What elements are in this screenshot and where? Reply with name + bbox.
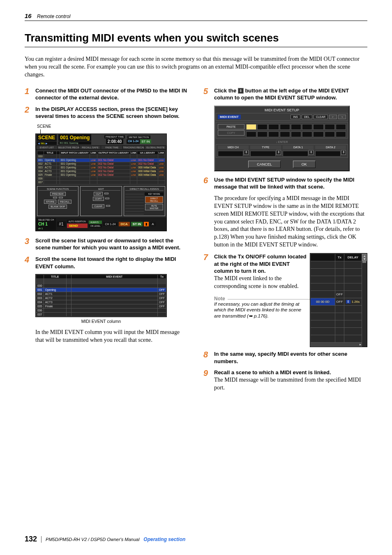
hex-slot[interactable] xyxy=(313,131,323,137)
ins-button[interactable]: INS xyxy=(291,115,300,119)
undo-button-2[interactable] xyxy=(104,193,108,194)
preview-button[interactable]: PREVIEW xyxy=(50,192,66,196)
hex-slot[interactable] xyxy=(246,124,256,130)
table-row[interactable] xyxy=(311,269,367,276)
hex-slot[interactable] xyxy=(302,131,312,137)
table-row[interactable]: 007 xyxy=(36,313,166,317)
del-button[interactable]: DEL xyxy=(302,115,312,119)
midi-event-open-icon[interactable]: ⇕ xyxy=(238,88,244,94)
cut-button[interactable]: CUT xyxy=(94,192,103,196)
copy-button[interactable]: COPY xyxy=(93,197,104,201)
direct-recall-button[interactable]: DIRECT RECALL xyxy=(145,196,163,203)
table-row[interactable]: 001Opening001 OpeningLINK001 No Data!LIN… xyxy=(37,158,165,162)
hex-slot[interactable] xyxy=(257,124,267,130)
scroll-down-icon[interactable]: ▾ xyxy=(362,257,367,261)
hex-slot[interactable] xyxy=(336,124,346,130)
table-row[interactable] xyxy=(311,313,367,320)
redo-button-2[interactable] xyxy=(105,198,109,199)
table-row[interactable]: OFF xyxy=(311,291,367,298)
tab-recall-safe[interactable]: RECALL SAFE xyxy=(80,146,101,149)
col-tx: Tx xyxy=(335,254,344,261)
redo-button[interactable] xyxy=(59,197,63,198)
spinner-icon[interactable]: ⇕ xyxy=(244,150,249,155)
cancel-button[interactable]: CANCEL xyxy=(248,161,281,168)
hex-slot[interactable] xyxy=(325,131,335,137)
table-row[interactable]: 005FinaleOFF xyxy=(36,304,166,309)
table-row[interactable] xyxy=(311,320,367,328)
spinner-icon[interactable]: ⇕ xyxy=(341,150,346,155)
table-row[interactable]: 003ACT2001 OpeningLINK002 No Data!LINK00… xyxy=(37,166,165,169)
blank-skip-button[interactable]: BLANK SKIP xyxy=(48,205,67,209)
horizontal-scrollbar[interactable]: ▸ xyxy=(311,343,362,347)
table-row[interactable] xyxy=(311,335,367,343)
hex-slot[interactable] xyxy=(257,131,267,137)
step-text: Scroll the scene list toward the right t… xyxy=(35,256,189,270)
hex-slot[interactable] xyxy=(268,131,279,137)
store-button[interactable]: STORE xyxy=(44,200,57,204)
clear-button[interactable]: CLEAR xyxy=(92,204,104,208)
spinner-icon[interactable]: ⇕ xyxy=(276,150,281,155)
tab-selective-recall[interactable]: SELECTIVE RECALL xyxy=(58,146,79,149)
hex-slot[interactable] xyxy=(291,124,301,130)
table-row[interactable]: 00 00 0DOFF⇕ 1.26s xyxy=(311,298,367,306)
table-row[interactable]: 006 xyxy=(37,177,165,180)
table-row[interactable]: 004ACT3001 OpeningLINK002 No Data!LINK00… xyxy=(37,169,165,173)
vertical-scrollbar[interactable]: ▴ ▾ xyxy=(362,254,367,261)
step-text: Scroll the scene list upward or downward… xyxy=(35,237,189,251)
table-row[interactable]: 000 xyxy=(36,284,166,288)
orange-tab[interactable]: ▮ xyxy=(144,222,149,226)
table-row[interactable]: 004ACT3OFF xyxy=(36,300,166,304)
col-output-patch: OUTPUT PATCH LIBRARY xyxy=(97,151,130,154)
step-number: 6 xyxy=(203,176,211,184)
table-row[interactable] xyxy=(311,306,367,313)
current-scene: 001 Opening xyxy=(58,134,91,141)
table-row[interactable]: 001OpeningOFF xyxy=(36,288,166,292)
arrow-right-button[interactable]: → xyxy=(338,115,346,119)
scene-list-table[interactable]: TITLE INPUT PATCH LIBRARY LINK OUTPUT PA… xyxy=(37,151,165,184)
recall-button[interactable]: RECALL xyxy=(58,200,71,204)
hex-slot[interactable] xyxy=(268,124,279,130)
undo-button-3[interactable] xyxy=(106,205,110,207)
col-ha-library: HA LIBRARY xyxy=(137,151,158,154)
mute-master-button[interactable]: MUTE MASTER xyxy=(145,204,163,210)
tab-fade-time[interactable]: FADE TIME xyxy=(101,146,122,149)
spinner-icon[interactable]: ⇕ xyxy=(309,150,314,155)
table-row[interactable]: 006 xyxy=(36,309,166,313)
tab-event-list[interactable]: EVENT LIST xyxy=(36,146,58,149)
ok-button[interactable]: OK xyxy=(293,161,316,168)
hex-slot[interactable] xyxy=(280,131,290,137)
table-row[interactable]: 002ACT1001 OpeningLINK002 No Data!LINK00… xyxy=(37,162,165,166)
table-row[interactable]: 002ACT1OFF xyxy=(36,292,166,296)
paste-button[interactable]: PASTE xyxy=(218,124,244,129)
table-row[interactable] xyxy=(311,283,367,291)
data2-slot[interactable] xyxy=(315,151,341,157)
tab-tracking-recall[interactable]: TRACKING RECALL xyxy=(123,146,144,149)
table-row[interactable] xyxy=(311,276,367,283)
on-level-label: ON LEVEL xyxy=(89,224,102,228)
clear-button[interactable]: CLEAR xyxy=(314,115,328,119)
type-slot[interactable] xyxy=(250,151,276,157)
table-row[interactable]: 003ACT2OFF xyxy=(36,296,166,300)
hex-slot[interactable] xyxy=(313,124,323,130)
ch-range-label: CH 1-24 xyxy=(127,139,140,144)
tab-global-paste[interactable]: GLOBAL PASTE xyxy=(145,146,166,149)
copy-button[interactable]: COPY xyxy=(218,130,244,136)
table-row[interactable] xyxy=(311,328,367,335)
hex-slot[interactable] xyxy=(336,131,346,137)
table-row[interactable]: 000 xyxy=(37,154,165,158)
data1-slot[interactable] xyxy=(283,151,308,157)
hex-slot[interactable] xyxy=(325,124,335,130)
hex-slot[interactable] xyxy=(302,124,312,130)
hex-slot[interactable] xyxy=(280,124,290,130)
table-row[interactable]: 007 xyxy=(37,180,165,184)
hex-slot[interactable] xyxy=(246,131,256,137)
table-row[interactable]: 005Finale001 OpeningLINK002 No Data!LINK… xyxy=(37,173,165,177)
auto-insertion-label: AUTO INSERTION xyxy=(67,220,88,223)
table-row[interactable] xyxy=(311,261,367,269)
midi-ch-slot[interactable] xyxy=(218,151,243,157)
undo-button[interactable] xyxy=(53,197,57,198)
send-button[interactable]: SEND xyxy=(67,223,88,228)
arrow-left-button[interactable]: ← xyxy=(329,115,337,119)
step9-plain: The MIDI message will be transmitted fro… xyxy=(214,377,361,391)
hex-slot[interactable] xyxy=(291,131,301,137)
